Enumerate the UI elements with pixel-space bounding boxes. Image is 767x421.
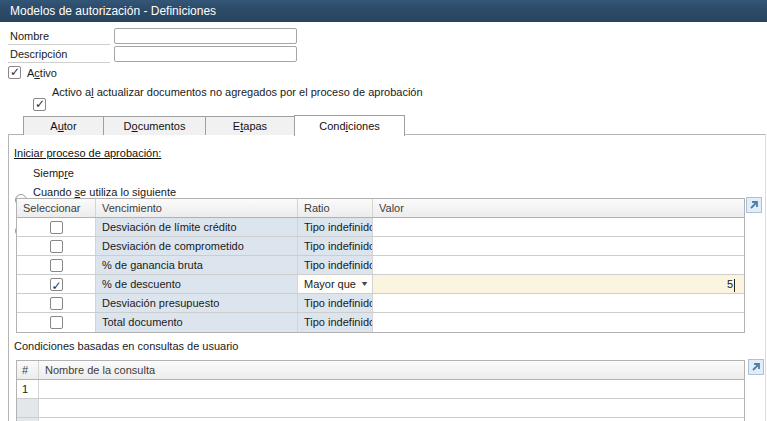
valor-cell[interactable] — [373, 256, 744, 274]
table-row: Desviación de comprometido Tipo indefini… — [17, 237, 744, 256]
conditions-table: Seleccionar Vencimiento Ratio Valor Desv… — [16, 198, 745, 333]
active-checkbox-label: Activo — [27, 67, 57, 79]
query-name-cell[interactable] — [39, 380, 744, 398]
window-titlebar: Modelos de autorización - Definiciones — [0, 0, 767, 22]
query-num-cell: 1 — [17, 380, 39, 398]
valor-cell[interactable] — [373, 313, 744, 332]
approval-section-label: Iniciar proceso de aprobación: — [14, 147, 161, 159]
query-num-cell — [17, 399, 39, 417]
vencimiento-cell: Total documento — [96, 313, 298, 332]
description-input[interactable] — [114, 46, 297, 62]
query-row — [17, 399, 744, 418]
active-checkbox[interactable] — [8, 66, 21, 79]
ratio-cell[interactable]: Tipo indefinido — [298, 294, 373, 312]
table-row: Desviación presupuesto Tipo indefinido — [17, 294, 744, 313]
header-num: # — [17, 361, 39, 379]
header-vencimiento: Vencimiento — [96, 199, 298, 217]
ratio-dropdown-cell[interactable]: Mayor que▼ — [298, 275, 373, 293]
header-seleccionar: Seleccionar — [17, 199, 96, 217]
conditions-table-header: Seleccionar Vencimiento Ratio Valor — [17, 199, 744, 218]
valor-edit-cell[interactable]: 5 — [373, 275, 744, 293]
dropdown-arrow-icon[interactable]: ▼ — [360, 275, 369, 293]
row-checkbox[interactable] — [50, 259, 63, 272]
header-ratio: Ratio — [298, 199, 373, 217]
tab-condiciones[interactable]: Condiciones — [294, 115, 405, 136]
header-valor: Valor — [373, 199, 744, 217]
vencimiento-cell: % de ganancia bruta — [96, 256, 298, 274]
description-label-underline — [8, 62, 110, 63]
radio-siempre-label: Siempre — [33, 167, 74, 179]
row-checkbox[interactable] — [50, 297, 63, 310]
radio-cuando-se-utiliza-label: Cuando se utiliza lo siguiente — [33, 186, 176, 198]
table-row: % de ganancia bruta Tipo indefinido — [17, 256, 744, 275]
active-on-update-checkbox-label: Activo al actualizar documentos no agreg… — [52, 86, 423, 98]
name-input[interactable] — [114, 28, 297, 44]
user-queries-table: # Nombre de la consulta 1 — [16, 360, 745, 421]
ratio-cell[interactable]: Tipo indefinido — [298, 256, 373, 274]
table-row-selected: % de descuento Mayor que▼ 5 — [17, 275, 744, 294]
vencimiento-cell: Desviación de límite crédito — [96, 218, 298, 236]
valor-cell[interactable] — [373, 218, 744, 236]
tab-documentos[interactable]: Documentos — [103, 116, 206, 135]
vencimiento-cell: Desviación presupuesto — [96, 294, 298, 312]
text-caret — [734, 279, 735, 292]
expand-arrow-icon — [748, 199, 760, 211]
description-label: Descripción — [10, 48, 67, 60]
table-row: Total documento Tipo indefinido — [17, 313, 744, 332]
ratio-cell[interactable]: Tipo indefinido — [298, 237, 373, 255]
query-row: 1 — [17, 380, 744, 399]
tab-strip: Autor Documentos Etapas Condiciones — [23, 114, 404, 135]
table-row: Desviación de límite crédito Tipo indefi… — [17, 218, 744, 237]
tab-etapas[interactable]: Etapas — [205, 116, 295, 135]
row-checkbox[interactable] — [50, 240, 63, 253]
row-checkbox[interactable] — [50, 316, 63, 329]
ratio-cell[interactable]: Tipo indefinido — [298, 218, 373, 236]
header-query-name: Nombre de la consulta — [39, 361, 744, 379]
active-on-update-checkbox[interactable] — [33, 98, 46, 111]
expand-arrow-icon — [750, 361, 762, 373]
row-checkbox[interactable] — [50, 278, 63, 291]
expand-queries-grid-button[interactable] — [748, 359, 764, 375]
user-queries-table-header: # Nombre de la consulta — [17, 361, 744, 380]
name-label: Nombre — [10, 30, 49, 42]
query-name-cell[interactable] — [39, 399, 744, 417]
row-checkbox[interactable] — [50, 221, 63, 234]
window-title: Modelos de autorización - Definiciones — [10, 4, 216, 18]
valor-cell[interactable] — [373, 237, 744, 255]
name-label-underline — [8, 44, 110, 45]
vencimiento-cell: % de descuento — [96, 275, 298, 293]
vencimiento-cell: Desviación de comprometido — [96, 237, 298, 255]
valor-cell[interactable] — [373, 294, 744, 312]
ratio-cell[interactable]: Tipo indefinido — [298, 313, 373, 332]
user-queries-label: Condiciones basadas en consultas de usua… — [14, 340, 238, 352]
tab-autor[interactable]: Autor — [23, 116, 104, 135]
expand-conditions-grid-button[interactable] — [746, 197, 762, 213]
